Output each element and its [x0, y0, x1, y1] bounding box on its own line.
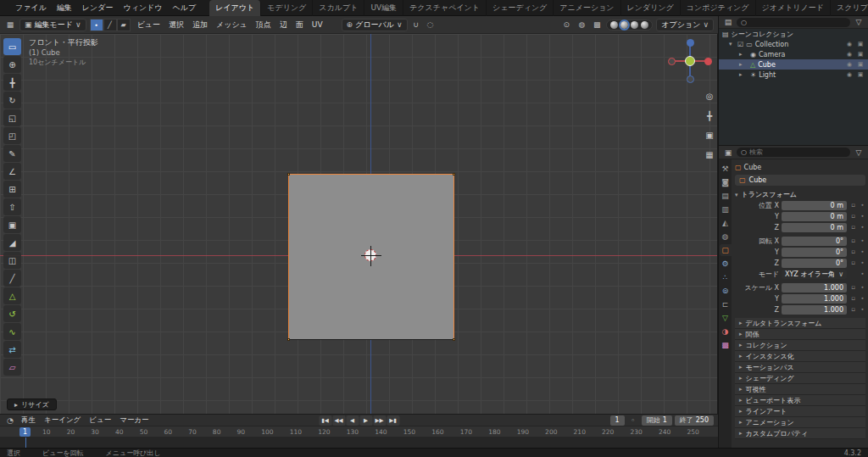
camera-view-icon[interactable]: ▣: [704, 129, 715, 141]
animate-dot-icon[interactable]: ∙: [860, 295, 865, 302]
overlays-toggle-icon[interactable]: ◍: [576, 19, 587, 31]
lock-icon[interactable]: ▫: [849, 224, 857, 231]
viewport-menu-item[interactable]: 頂点: [253, 20, 275, 31]
tool-button[interactable]: ▱: [3, 359, 21, 376]
object-name-field[interactable]: ▢ Cube: [735, 175, 865, 186]
animate-dot-icon[interactable]: ∙: [860, 259, 865, 266]
timeline-menu-item[interactable]: ビュー: [86, 415, 114, 426]
edge-select-button[interactable]: ╱: [103, 19, 117, 31]
workspace-tab[interactable]: シェーディング: [487, 0, 554, 16]
viewport-menu-item[interactable]: 面: [292, 20, 307, 31]
lock-icon[interactable]: ▫: [849, 237, 857, 244]
workspace-tab[interactable]: レイアウト: [209, 0, 261, 16]
transform-value-field[interactable]: 1.000: [782, 283, 847, 293]
playback-button[interactable]: ▶▮: [387, 415, 399, 426]
gizmo-z-negative[interactable]: [687, 75, 694, 83]
tool-button[interactable]: ◰: [3, 127, 21, 144]
expander-icon[interactable]: ▸: [739, 71, 745, 78]
face-select-button[interactable]: ▰: [117, 19, 131, 31]
pan-view-icon[interactable]: ╋: [704, 109, 715, 121]
gizmo-y-axis[interactable]: [685, 56, 695, 66]
properties-tab[interactable]: ⊏: [720, 298, 732, 310]
panel-header[interactable]: ▸ アニメーション: [735, 417, 865, 428]
playback-button[interactable]: ▮◀: [319, 415, 331, 426]
playback-button[interactable]: ◀: [346, 415, 359, 426]
tool-button[interactable]: ⇄: [3, 341, 21, 358]
transform-value-field[interactable]: 0 m: [782, 212, 847, 221]
mode-dropdown[interactable]: ▣ 編集モード ∨: [19, 19, 86, 31]
properties-tab[interactable]: ⚒: [720, 163, 732, 175]
timeline-menu-item[interactable]: 再生: [18, 415, 39, 426]
tool-button[interactable]: ◢: [3, 234, 21, 251]
ortho-toggle-icon[interactable]: ▦: [704, 148, 715, 160]
properties-tab[interactable]: ◭: [720, 217, 732, 229]
hide-eye-icon[interactable]: ◉: [845, 51, 854, 58]
tool-button[interactable]: ⇧: [3, 198, 21, 215]
transform-value-field[interactable]: 1.000: [782, 305, 847, 315]
panel-header[interactable]: ▸ インスタンス化: [735, 351, 865, 362]
panel-header[interactable]: ▸ デルタトランスフォーム: [735, 318, 865, 329]
menu-item[interactable]: 編集: [52, 2, 77, 14]
viewport-menu-item[interactable]: 選択: [165, 20, 187, 31]
tool-button[interactable]: ∿: [3, 323, 21, 340]
transform-value-field[interactable]: XYZ オイラー角 ∨: [782, 270, 847, 279]
panel-header[interactable]: ▸ 可視性: [735, 384, 865, 395]
panel-header[interactable]: ▸ シェーディング: [735, 373, 865, 384]
frame-end-field[interactable]: 終了 250: [675, 415, 714, 426]
disable-render-icon[interactable]: ▣: [856, 41, 865, 47]
snap-magnet-icon[interactable]: ∪: [410, 19, 422, 31]
animate-dot-icon[interactable]: ∙: [860, 202, 865, 209]
properties-editor-type-icon[interactable]: ▣: [722, 147, 734, 159]
gizmo-z-positive[interactable]: [687, 39, 694, 47]
panel-header[interactable]: ▸ 関係: [735, 329, 865, 340]
vertex-dot[interactable]: [453, 173, 455, 176]
properties-tab[interactable]: ▢: [720, 244, 732, 256]
viewport-menu-item[interactable]: ビュー: [134, 20, 164, 31]
transform-value-field[interactable]: 0 m: [782, 201, 847, 210]
editor-type-icon[interactable]: ▦: [4, 19, 16, 31]
outliner-item[interactable]: ▸ ◉ Camera ◉ ▣: [719, 49, 868, 59]
animate-dot-icon[interactable]: ∙: [860, 270, 865, 277]
hide-eye-icon[interactable]: ◉: [845, 61, 854, 68]
workspace-tab[interactable]: モデリング: [261, 0, 313, 16]
transform-value-field[interactable]: 1.000: [782, 294, 847, 304]
hide-eye-icon[interactable]: ◉: [845, 41, 854, 47]
workspace-tab[interactable]: スカルプト: [313, 0, 364, 16]
expander-icon[interactable]: ▸: [739, 61, 745, 68]
disable-render-icon[interactable]: ▣: [856, 71, 865, 78]
scene-collection-row[interactable]: ▤ シーンコレクション: [719, 29, 868, 39]
transform-value-field[interactable]: 0 m: [782, 223, 847, 232]
properties-tab[interactable]: ▽: [720, 312, 732, 324]
workspace-tab[interactable]: スクリプト作成: [831, 0, 868, 16]
panel-header[interactable]: ▸ カスタムプロパティ: [735, 428, 865, 439]
tool-button[interactable]: ∠: [3, 163, 21, 180]
options-dropdown[interactable]: オプション ∨: [656, 19, 714, 31]
vertex-select-button[interactable]: ∙: [90, 19, 103, 31]
outliner-item[interactable]: ▾ ☑ ▭ Collection ◉ ▣: [719, 39, 868, 49]
shading-mode-ball[interactable]: [610, 21, 618, 29]
frame-start-field[interactable]: 開始 1: [642, 415, 672, 426]
properties-tab[interactable]: ▩: [720, 339, 732, 351]
animate-dot-icon[interactable]: ∙: [860, 237, 865, 244]
shading-mode-ball[interactable]: [631, 21, 638, 29]
shading-mode-ball[interactable]: [641, 21, 648, 29]
lock-icon[interactable]: ▫: [849, 284, 857, 291]
disable-render-icon[interactable]: ▣: [856, 51, 865, 58]
playback-button[interactable]: ◀◀: [332, 415, 345, 426]
animate-dot-icon[interactable]: ∙: [860, 306, 865, 313]
shading-mode-ball[interactable]: [620, 21, 628, 29]
workspace-tab[interactable]: テクスチャペイント: [403, 0, 487, 16]
animate-dot-icon[interactable]: ∙: [860, 224, 865, 231]
panel-header[interactable]: ▸ コレクション: [735, 340, 865, 351]
viewport-menu-item[interactable]: 辺: [276, 20, 291, 31]
properties-tab[interactable]: ◑: [720, 326, 732, 337]
operator-panel[interactable]: ▸ リサイズ: [7, 398, 57, 410]
tool-button[interactable]: ╱: [3, 270, 21, 287]
properties-tab[interactable]: ∴: [720, 271, 732, 283]
tool-button[interactable]: ⊕: [3, 56, 21, 73]
tool-button[interactable]: ◱: [3, 109, 21, 126]
tool-button[interactable]: ◫: [3, 252, 21, 269]
tool-button[interactable]: ↺: [3, 305, 21, 322]
orientation-dropdown[interactable]: ⊕ グローバル ∨: [342, 19, 408, 31]
timeline-menu-item[interactable]: キーイング: [41, 415, 84, 426]
